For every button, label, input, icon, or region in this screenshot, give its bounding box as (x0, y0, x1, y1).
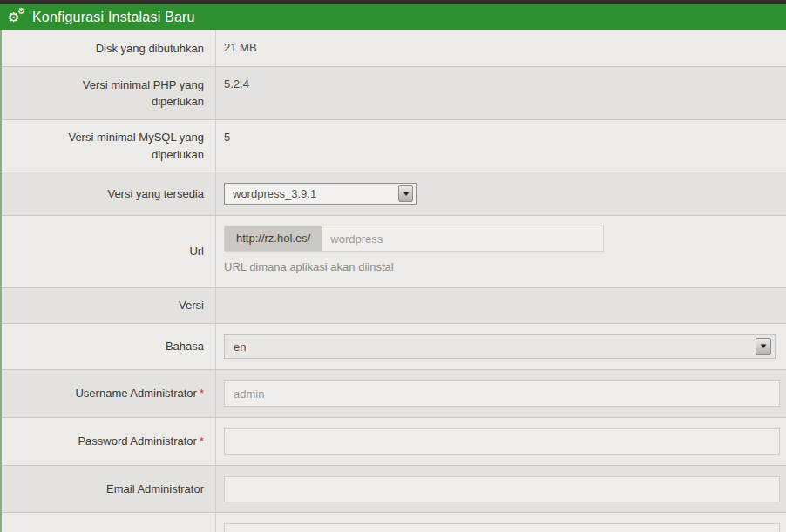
admin-email-input[interactable] (224, 476, 780, 502)
disk-required-label: Disk yang dibutuhkan (2, 30, 216, 66)
language-label: Bahasa (2, 324, 216, 369)
page-title: Konfigurasi Instalasi Baru (32, 10, 195, 25)
language-select-value: en (234, 340, 246, 354)
admin-password-input[interactable] (224, 428, 780, 455)
row-admin-email: Email Administrator (2, 465, 786, 512)
row-site-title: Situs Judul (2, 512, 786, 532)
language-select[interactable]: en ▼ (224, 334, 776, 359)
versi-label: Versi (2, 288, 216, 323)
admin-username-input[interactable] (224, 380, 780, 407)
admin-password-label: Password Administrator* (2, 418, 216, 465)
chevron-down-icon: ▼ (398, 185, 413, 202)
required-asterisk: * (200, 433, 204, 450)
admin-username-label: Username Administrator* (2, 370, 216, 417)
row-versi: Versi (2, 287, 786, 323)
row-url: Url http://rz.hol.es/ URL dimana aplikas… (2, 215, 786, 287)
min-php-value: 5.2.4 (224, 77, 249, 91)
install-config-form: Disk yang dibutuhkan 21 MB Versi minimal… (0, 30, 786, 532)
url-help-text: URL dimana aplikasi akan diinstal (224, 260, 780, 273)
row-disk-required: Disk yang dibutuhkan 21 MB (2, 30, 786, 66)
disk-required-value: 21 MB (224, 41, 257, 54)
site-title-label: Situs Judul (2, 513, 216, 532)
row-admin-password: Password Administrator* (2, 417, 786, 465)
min-mysql-value: 5 (224, 131, 230, 144)
row-min-php: Versi minimal PHP yang diperlukan 5.2.4 (2, 66, 786, 119)
min-mysql-label: Versi minimal MySQL yang diperlukan (2, 120, 216, 172)
site-title-input[interactable] (224, 523, 780, 532)
min-php-label: Versi minimal PHP yang diperlukan (2, 67, 216, 119)
row-admin-username: Username Administrator* (2, 369, 786, 417)
url-prefix: http://rz.hol.es/ (225, 226, 322, 251)
cogs-icon: ⚙ ⚙ (8, 9, 27, 25)
version-select[interactable]: wordpress_3.9.1 ▼ (224, 183, 417, 205)
row-min-mysql: Versi minimal MySQL yang diperlukan 5 (2, 119, 786, 172)
url-directory-input[interactable] (322, 226, 603, 251)
installer-config-page: ⚙ ⚙ Konfigurasi Instalasi Baru Disk yang… (0, 0, 786, 532)
row-language: Bahasa en ▼ (2, 323, 786, 369)
chevron-down-icon: ▼ (756, 338, 771, 355)
url-input-group: http://rz.hol.es/ (224, 226, 604, 252)
version-select-value: wordpress_3.9.1 (233, 187, 316, 200)
available-versions-label: Versi yang tersedia (2, 172, 216, 215)
admin-email-label: Email Administrator (2, 466, 216, 512)
url-label: Url (2, 216, 216, 287)
page-header: ⚙ ⚙ Konfigurasi Instalasi Baru (0, 4, 786, 30)
row-available-versions: Versi yang tersedia wordpress_3.9.1 ▼ (2, 172, 786, 215)
required-asterisk: * (200, 385, 204, 402)
